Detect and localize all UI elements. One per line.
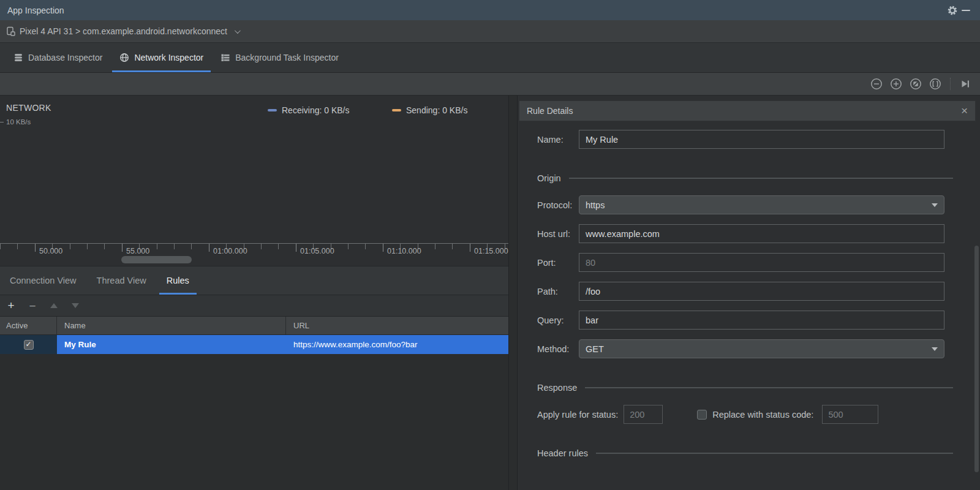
axis-tick-label: 01:05.000	[300, 247, 334, 255]
minimize-icon[interactable]	[959, 4, 973, 17]
window-title: App Inspection	[7, 6, 64, 15]
method-label: Method:	[537, 344, 579, 354]
tab-background-task-inspector[interactable]: Background Task Inspector	[213, 43, 346, 72]
dropdown-arrow-icon	[932, 347, 938, 351]
database-icon	[13, 53, 23, 62]
move-up-button[interactable]	[49, 301, 59, 311]
axis-major-tick	[470, 244, 470, 252]
section-divider	[569, 178, 953, 179]
rule-details-form: Name: Origin Protocol: https Host url:	[518, 121, 980, 458]
axis-major-tick	[35, 244, 36, 252]
tab-rules[interactable]: Rules	[159, 266, 197, 295]
axis-tick-label: 50.000	[39, 247, 62, 255]
method-value: GET	[586, 344, 932, 354]
name-input[interactable]	[579, 130, 944, 149]
tab-database-inspector[interactable]: Database Inspector	[6, 43, 110, 72]
query-input[interactable]	[579, 311, 944, 330]
zoom-out-icon[interactable]	[870, 78, 883, 90]
rules-table-empty-area	[0, 354, 508, 490]
replace-status-input[interactable]	[822, 405, 878, 424]
rule-url-cell: https://www.example.com/foo?bar	[286, 335, 508, 354]
tab-label: Thread View	[97, 276, 146, 285]
section-divider	[596, 453, 953, 454]
details-scrollbar[interactable]	[974, 246, 979, 472]
rules-table-header: Active Name URL	[0, 316, 508, 335]
rule-name-cell: My Rule	[57, 335, 286, 354]
tab-thread-view[interactable]: Thread View	[89, 266, 154, 295]
settings-gear-icon[interactable]	[946, 4, 959, 17]
table-row[interactable]: ✓ My Rule https://www.example.com/foo?ba…	[0, 335, 508, 354]
timeline-scrollbar[interactable]	[121, 256, 192, 263]
name-label: Name:	[537, 135, 579, 145]
query-label: Query:	[537, 315, 579, 325]
time-axis: 50.00055.00001:00.00001:05.00001:10.0000…	[0, 243, 508, 266]
remove-rule-button[interactable]: −	[28, 301, 37, 311]
section-divider	[585, 387, 953, 388]
sending-swatch	[392, 109, 401, 111]
apply-status-input[interactable]	[624, 405, 663, 424]
protocol-label: Protocol:	[537, 200, 579, 210]
tab-label: Database Inspector	[28, 53, 102, 62]
rule-active-cell: ✓	[0, 335, 57, 354]
axis-major-tick	[383, 244, 383, 252]
rule-active-checkbox[interactable]: ✓	[24, 340, 34, 350]
device-phone-icon	[6, 26, 16, 36]
y-axis-max-label: 10 KB/s	[6, 118, 31, 126]
replace-status-checkbox[interactable]	[697, 410, 707, 420]
tab-label: Rules	[167, 276, 189, 285]
zoom-in-icon[interactable]	[890, 78, 902, 90]
protocol-dropdown[interactable]: https	[579, 195, 944, 214]
tab-connection-view[interactable]: Connection View	[2, 266, 84, 295]
axis-tick-label: 01:15.000	[474, 247, 508, 255]
method-dropdown[interactable]: GET	[579, 339, 944, 358]
port-label: Port:	[537, 258, 579, 268]
rule-details-header: Rule Details ×	[519, 100, 976, 121]
legend-label: Receiving: 0 KB/s	[282, 105, 350, 115]
column-header-name[interactable]: Name	[57, 317, 286, 334]
zoom-to-selection-icon[interactable]	[929, 78, 941, 90]
skip-to-end-icon[interactable]	[959, 78, 971, 90]
timeline-toolbar	[0, 73, 980, 96]
main-content: NETWORK 10 KB/s Receiving: 0 KB/s Sendin…	[0, 96, 980, 490]
name-row: Name:	[537, 130, 944, 149]
status-row: Apply rule for status: Replace with stat…	[537, 405, 944, 424]
close-icon[interactable]: ×	[961, 106, 968, 116]
column-header-active[interactable]: Active	[0, 317, 57, 334]
apply-status-label: Apply rule for status:	[537, 410, 618, 420]
task-list-icon	[221, 53, 230, 62]
chevron-down-icon	[235, 28, 241, 34]
axis-tick-label: 01:00.000	[213, 247, 247, 255]
add-rule-button[interactable]: +	[6, 301, 16, 311]
path-row: Path:	[537, 282, 944, 301]
port-input[interactable]	[579, 253, 944, 272]
move-down-button[interactable]	[70, 301, 80, 311]
legend-sending: Sending: 0 KB/s	[392, 105, 467, 115]
device-process-selector[interactable]: Pixel 4 API 31 > com.example.android.net…	[0, 20, 980, 43]
panel-splitter[interactable]	[508, 96, 518, 490]
legend-label: Sending: 0 KB/s	[406, 105, 467, 115]
chart-title: NETWORK	[6, 103, 51, 113]
y-axis-tick	[0, 122, 4, 123]
arrow-down-icon	[72, 303, 79, 308]
axis-tick-label: 01:10.000	[387, 247, 421, 255]
host-label: Host url:	[537, 229, 579, 239]
column-header-url[interactable]: URL	[286, 317, 508, 334]
globe-icon	[119, 53, 129, 62]
rule-details-title: Rule Details	[527, 106, 961, 116]
reset-zoom-icon[interactable]	[910, 78, 922, 90]
path-input[interactable]	[579, 282, 944, 301]
receiving-swatch	[268, 109, 277, 111]
tab-label: Background Task Inspector	[235, 53, 339, 62]
tab-network-inspector[interactable]: Network Inspector	[112, 43, 211, 72]
arrow-up-icon	[50, 303, 58, 308]
legend-receiving: Receiving: 0 KB/s	[268, 105, 350, 115]
protocol-row: Protocol: https	[537, 195, 944, 214]
host-input[interactable]	[579, 224, 944, 243]
minimize-dash	[962, 10, 970, 11]
host-row: Host url:	[537, 224, 944, 243]
header-rules-title: Header rules	[537, 448, 588, 458]
query-row: Query:	[537, 311, 944, 330]
port-row: Port:	[537, 253, 944, 272]
network-chart[interactable]: NETWORK 10 KB/s Receiving: 0 KB/s Sendin…	[0, 96, 508, 243]
axis-major-tick	[296, 244, 296, 252]
